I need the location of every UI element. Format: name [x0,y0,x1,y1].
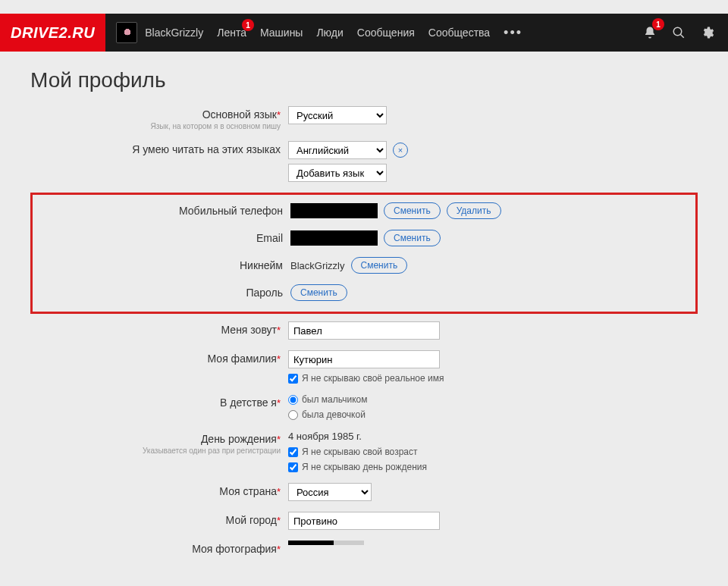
language-label: Основной язык [202,108,277,121]
bday-checkbox-text: Я не скрываю день рождения [302,462,427,472]
phone-delete-button[interactable]: Удалить [447,202,501,219]
childhood-label: В детстве я [220,396,277,409]
search-icon[interactable] [672,26,686,39]
row-surname: Моя фамилия* Я не скрываю своё реальное … [30,350,698,384]
page-title: Мой профиль [30,68,698,92]
language-hint: Язык, на котором я в основном пишу [30,122,281,130]
row-city: Мой город* [30,512,698,530]
phone-label: Мобильный телефон [179,205,283,217]
age-checkbox[interactable] [288,447,298,457]
city-label: Мой город [226,514,277,526]
girl-radio[interactable] [288,410,298,420]
svg-line-1 [680,34,684,38]
phone-value-redacted [290,203,378,218]
nav-feed[interactable]: Лента1 [217,27,246,39]
birthday-value: 4 ноября 1985 г. [288,431,362,442]
row-nickname: Никнейм BlackGrizzly Сменить [33,257,695,274]
notif-badge: 1 [652,18,664,30]
remove-language-button[interactable]: × [393,143,408,158]
content: Мой профиль Основной язык* Язык, на кото… [0,52,728,555]
firstname-input[interactable] [288,321,440,340]
logo[interactable]: DRIVE2.RU [0,14,105,52]
gear-icon[interactable] [701,26,714,39]
nav-people[interactable]: Люди [316,27,343,39]
surname-label: Моя фамилия [208,353,277,365]
boy-radio-label[interactable]: был мальчиком [288,394,698,405]
top-nav: BlackGrizzly Лента1 Машины Люди Сообщени… [145,25,522,41]
email-change-button[interactable]: Сменить [384,230,441,246]
age-checkbox-label[interactable]: Я не скрываю свой возраст [288,447,698,457]
nickname-label: Никнейм [240,259,283,271]
password-label: Пароль [246,287,283,299]
photo-label: Моя фотография [192,543,277,555]
row-language: Основной язык* Язык, на котором я в осно… [30,106,698,130]
realname-checkbox[interactable] [288,374,298,384]
country-select[interactable]: Россия [288,483,372,501]
row-birthday: День рождения* Указывается один раз при … [30,431,698,472]
birthday-label: День рождения [201,433,277,445]
read-languages-label: Я умею читать на этих языках [132,143,281,155]
highlighted-section: Мобильный телефон Сменить Удалить Email … [30,193,698,314]
add-language-select[interactable]: Добавить язык [288,164,387,182]
row-phone: Мобильный телефон Сменить Удалить [33,202,695,219]
nav-more-icon[interactable]: ••• [504,25,522,41]
photo-thumbnail[interactable] [288,541,364,545]
bday-checkbox[interactable] [288,462,298,472]
row-password: Пароль Сменить [33,284,695,301]
realname-checkbox-label[interactable]: Я не скрываю своё реальное имя [288,373,698,384]
feed-badge: 1 [242,19,254,31]
birthday-hint: Указывается один раз при регистрации [30,447,281,455]
row-firstname: Меня зовут* [30,321,698,340]
country-label: Моя страна [219,485,277,497]
nav-username[interactable]: BlackGrizzly [145,27,203,39]
svg-point-0 [673,27,682,36]
header: DRIVE2.RU BlackGrizzly Лента1 Машины Люд… [0,14,728,52]
phone-change-button[interactable]: Сменить [384,202,441,219]
avatar[interactable] [116,22,137,43]
bell-icon[interactable]: 1 [643,26,657,39]
age-checkbox-text: Я не скрываю свой возраст [302,447,418,457]
realname-checkbox-text: Я не скрываю своё реальное имя [302,373,444,384]
row-read-languages: Я умею читать на этих языках Английский … [30,141,698,182]
row-country: Моя страна* Россия [30,483,698,501]
nav-cars[interactable]: Машины [260,27,303,39]
boy-radio-text: был мальчиком [302,394,367,405]
boy-radio[interactable] [288,395,298,405]
nav-feed-label: Лента [217,27,246,39]
row-childhood: В детстве я* был мальчиком была девочкой [30,394,698,420]
email-value-redacted [290,230,378,246]
city-input[interactable] [288,512,440,530]
firstname-label: Меня зовут [221,324,277,336]
nickname-value: BlackGrizzly [290,260,345,271]
password-change-button[interactable]: Сменить [290,284,347,301]
girl-radio-label[interactable]: была девочкой [288,409,698,420]
language-select[interactable]: Русский [288,106,387,124]
email-label: Email [256,232,283,244]
nav-messages[interactable]: Сообщения [357,27,415,39]
nav-communities[interactable]: Сообщества [428,27,490,39]
girl-radio-text: была девочкой [302,409,366,420]
row-photo: Моя фотография* [30,541,698,555]
nickname-change-button[interactable]: Сменить [351,257,408,274]
row-email: Email Сменить [33,230,695,246]
bday-checkbox-label[interactable]: Я не скрываю день рождения [288,462,698,472]
read-language-select[interactable]: Английский [288,141,387,159]
surname-input[interactable] [288,350,440,368]
